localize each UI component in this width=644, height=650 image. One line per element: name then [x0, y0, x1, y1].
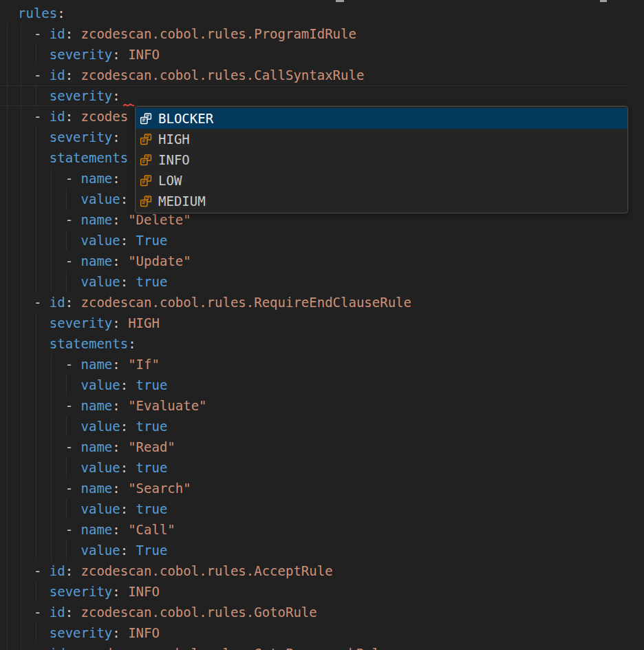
token-punc: [18, 150, 50, 165]
suggest-item-medium[interactable]: MEDIUM: [136, 191, 627, 211]
token-key: value: [81, 460, 120, 475]
editor-line[interactable]: - id: zcodescan.cobol.rules.GotoParagrap…: [0, 643, 644, 650]
editor-line[interactable]: severity: INFO: [0, 581, 644, 602]
token-punc: -: [18, 522, 81, 537]
error-squiggle: [123, 103, 134, 107]
suggest-item-label: INFO: [158, 152, 190, 167]
token-punc: -: [18, 398, 81, 413]
line-text: - name: "Call": [18, 519, 175, 540]
token-punc: :: [57, 6, 65, 21]
token-key: name: [81, 253, 113, 269]
line-text: - name: "Update": [18, 251, 191, 271]
line-text: - name: "Search": [18, 478, 191, 499]
editor-line[interactable]: - id: zcodescan.cobol.rules.GotoRule: [0, 602, 644, 622]
yaml-editor[interactable]: rules: - id: zcodescan.cobol.rules.Progr…: [0, 0, 644, 650]
token-punc: :: [112, 88, 120, 103]
line-text: severity: INFO: [18, 581, 160, 602]
editor-line[interactable]: - id: zcodescan.cobol.rules.ProgramIdRul…: [0, 23, 644, 44]
token-punc: :: [65, 67, 81, 83]
token-bool: True: [136, 543, 168, 558]
editor-line[interactable]: severity: HIGH: [0, 313, 644, 333]
token-str: "Delete": [128, 212, 191, 227]
token-punc: [18, 419, 81, 434]
line-text: - name: "Evaluate": [18, 395, 207, 416]
line-text: value: true: [18, 499, 167, 519]
editor-line[interactable]: value: true: [0, 271, 644, 292]
editor-line[interactable]: - name: "Search": [0, 478, 644, 499]
token-punc: :: [112, 439, 128, 454]
editor-line[interactable]: severity: INFO: [0, 44, 644, 65]
clipped-text-fragment: [336, 0, 344, 2]
editor-line[interactable]: severity: INFO: [0, 622, 644, 643]
editor-line[interactable]: - id: zcodescan.cobol.rules.RequireEndCl…: [0, 292, 644, 313]
enum-icon: [140, 133, 152, 145]
editor-line[interactable]: - name: "If": [0, 354, 644, 375]
token-punc: [18, 377, 81, 392]
token-punc: :: [120, 501, 136, 516]
token-punc: :: [120, 419, 136, 434]
token-punc: -: [18, 605, 50, 620]
token-punc: :: [128, 336, 136, 351]
token-punc: :: [112, 253, 128, 269]
editor-line[interactable]: statements:: [0, 333, 644, 354]
token-punc: -: [18, 26, 50, 41]
token-str: INFO: [128, 625, 160, 640]
token-punc: :: [112, 398, 128, 413]
editor-line[interactable]: - name: "Evaluate": [0, 395, 644, 416]
line-text: value:: [18, 189, 136, 209]
editor-line[interactable]: rules:: [0, 3, 644, 23]
token-punc: [18, 584, 50, 599]
token-str: "Evaluate": [128, 398, 206, 413]
token-punc: :: [112, 522, 128, 537]
suggest-item-label: LOW: [158, 173, 182, 188]
editor-line[interactable]: severity:: [0, 85, 644, 106]
editor-line[interactable]: value: true: [0, 416, 644, 437]
token-str: "Read": [128, 439, 175, 454]
token-punc: :: [112, 357, 128, 372]
token-str: zcodescan.cobol.rules.CallSyntaxRule: [81, 67, 365, 83]
editor-line[interactable]: - id: zcodescan.cobol.rules.AcceptRule: [0, 560, 644, 581]
token-key: id: [50, 26, 65, 41]
token-punc: :: [120, 274, 136, 289]
editor-line[interactable]: value: True: [0, 540, 644, 560]
editor-line[interactable]: value: true: [0, 499, 644, 519]
token-key: id: [50, 67, 65, 83]
line-text: severity:: [18, 85, 120, 106]
token-key: name: [81, 357, 113, 372]
editor-line[interactable]: - name: "Update": [0, 251, 644, 271]
enum-icon: [140, 174, 152, 187]
editor-line[interactable]: value: True: [0, 230, 644, 251]
clipped-text-fragment: [600, 0, 607, 2]
token-punc: :: [65, 563, 81, 578]
suggest-item-high[interactable]: HIGH: [136, 129, 627, 149]
token-punc: [18, 88, 50, 103]
editor-line[interactable]: value: true: [0, 375, 644, 395]
token-bool: true: [136, 274, 168, 289]
token-key: id: [50, 109, 65, 124]
suggest-item-low[interactable]: LOW: [136, 170, 627, 191]
editor-line[interactable]: - name: "Call": [0, 519, 644, 540]
token-punc: :: [120, 460, 136, 475]
token-str: zcodes: [81, 109, 129, 124]
token-punc: [18, 233, 81, 248]
suggest-item-info[interactable]: INFO: [136, 149, 627, 170]
token-key: id: [50, 563, 65, 578]
line-text: severity: HIGH: [18, 313, 160, 333]
token-key: value: [81, 543, 120, 558]
editor-line[interactable]: value: true: [0, 457, 644, 478]
suggest-item-label: BLOCKER: [158, 111, 213, 126]
editor-line[interactable]: - name: "Read": [0, 437, 644, 457]
token-key: rules: [18, 6, 57, 21]
token-key: value: [81, 501, 120, 516]
token-str: zcodescan.cobol.rules.RequireEndClauseRu…: [81, 295, 411, 310]
line-text: value: true: [18, 271, 167, 292]
line-text: - name: "Read": [18, 437, 175, 457]
token-punc: -: [18, 212, 81, 227]
line-text: statements:: [18, 333, 136, 354]
suggest-item-blocker[interactable]: BLOCKER: [136, 108, 627, 129]
token-punc: [18, 625, 50, 640]
editor-line[interactable]: - id: zcodescan.cobol.rules.CallSyntaxRu…: [0, 65, 644, 85]
token-punc: -: [18, 109, 50, 124]
line-text: - id: zcodescan.cobol.rules.AcceptRule: [18, 560, 333, 581]
token-key: value: [81, 191, 120, 207]
